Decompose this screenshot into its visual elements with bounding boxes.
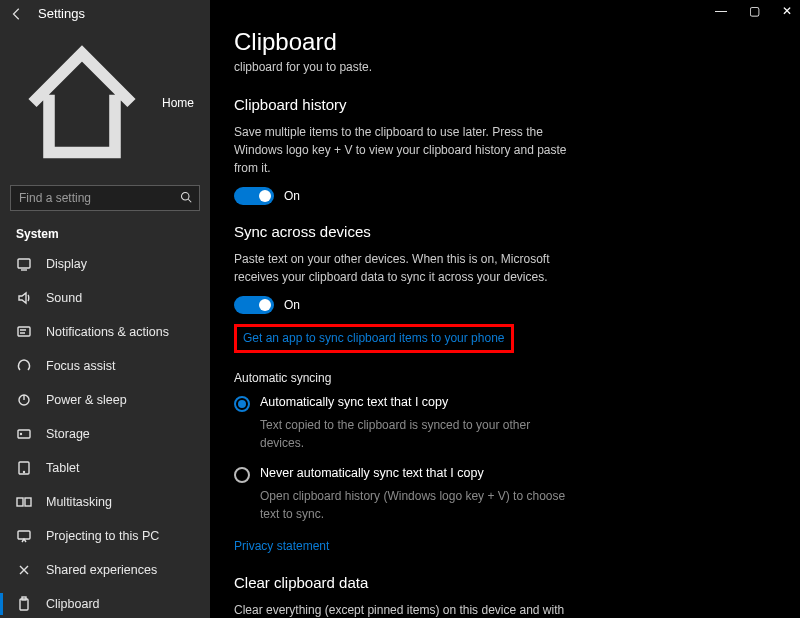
sidebar-item-multitasking[interactable]: Multitasking (0, 485, 210, 519)
page-title: Clipboard (234, 28, 776, 56)
storage-icon (16, 426, 32, 442)
section-label: System (0, 217, 210, 247)
display-icon (16, 256, 32, 272)
sidebar-item-display[interactable]: Display (0, 247, 210, 281)
search-icon (180, 191, 192, 203)
sidebar-item-power-sleep[interactable]: Power & sleep (0, 383, 210, 417)
nav-home[interactable]: Home (0, 27, 210, 179)
radio-auto-sync-label: Automatically sync text that I copy (260, 395, 448, 409)
sound-icon (16, 290, 32, 306)
home-icon (16, 37, 148, 169)
sidebar-item-notifications-actions[interactable]: Notifications & actions (0, 315, 210, 349)
sync-toggle[interactable]: On (234, 296, 776, 314)
sync-heading: Sync across devices (234, 223, 776, 240)
sync-phone-link[interactable]: Get an app to sync clipboard items to yo… (243, 331, 505, 345)
history-desc: Save multiple items to the clipboard to … (234, 123, 574, 177)
svg-rect-9 (25, 498, 31, 506)
sidebar-item-label: Power & sleep (46, 393, 127, 407)
close-button[interactable]: ✕ (782, 4, 792, 18)
radio-auto-sync-sub: Text copied to the clipboard is synced t… (260, 416, 570, 452)
svg-rect-4 (18, 430, 30, 438)
sidebar-item-label: Sound (46, 291, 82, 305)
svg-point-5 (21, 433, 22, 434)
app-title: Settings (38, 6, 85, 21)
back-icon[interactable] (10, 7, 24, 21)
focus-assist-icon (16, 358, 32, 374)
sync-link-highlight: Get an app to sync clipboard items to yo… (234, 324, 514, 353)
sidebar-item-sound[interactable]: Sound (0, 281, 210, 315)
clear-desc: Clear everything (except pinned items) o… (234, 601, 574, 618)
clear-heading: Clear clipboard data (234, 574, 776, 591)
svg-point-7 (24, 471, 25, 472)
privacy-link[interactable]: Privacy statement (234, 537, 776, 556)
page-subline: clipboard for you to paste. (234, 60, 776, 74)
sidebar-item-label: Projecting to this PC (46, 529, 159, 543)
minimize-button[interactable]: — (715, 4, 727, 18)
svg-rect-8 (17, 498, 23, 506)
sidebar-item-projecting-to-this-pc[interactable]: Projecting to this PC (0, 519, 210, 553)
tablet-icon (16, 460, 32, 476)
history-heading: Clipboard history (234, 96, 776, 113)
content: Clipboard clipboard for you to paste. Cl… (210, 0, 800, 618)
power-icon (16, 392, 32, 408)
sidebar-item-label: Tablet (46, 461, 79, 475)
projecting-icon (16, 528, 32, 544)
search-container (0, 179, 210, 217)
auto-sync-heading: Automatic syncing (234, 371, 776, 385)
svg-rect-1 (18, 259, 30, 268)
maximize-button[interactable]: ▢ (749, 4, 760, 18)
sync-desc: Paste text on your other devices. When t… (234, 250, 574, 286)
search-input[interactable] (10, 185, 200, 211)
sync-toggle-state: On (284, 298, 300, 312)
sidebar: Settings Home System DisplaySoundNotific… (0, 0, 210, 618)
sidebar-item-label: Notifications & actions (46, 325, 169, 339)
sidebar-item-shared-experiences[interactable]: Shared experiences (0, 553, 210, 587)
radio-never-sync-label: Never automatically sync text that I cop… (260, 466, 484, 480)
shared-experiences-icon (16, 562, 32, 578)
home-label: Home (162, 96, 194, 110)
window-controls: — ▢ ✕ (715, 4, 792, 18)
sidebar-item-clipboard[interactable]: Clipboard (0, 587, 210, 618)
sidebar-item-tablet[interactable]: Tablet (0, 451, 210, 485)
notifications-icon (16, 324, 32, 340)
history-toggle-state: On (284, 189, 300, 203)
sidebar-item-label: Clipboard (46, 597, 100, 611)
sidebar-item-label: Display (46, 257, 87, 271)
multitasking-icon (16, 494, 32, 510)
sidebar-item-label: Multitasking (46, 495, 112, 509)
svg-rect-2 (18, 327, 30, 336)
sidebar-item-label: Focus assist (46, 359, 115, 373)
nav-list: DisplaySoundNotifications & actionsFocus… (0, 247, 210, 618)
titlebar: Settings (0, 0, 210, 27)
sidebar-item-storage[interactable]: Storage (0, 417, 210, 451)
radio-never-sync[interactable]: Never automatically sync text that I cop… (234, 466, 776, 483)
radio-never-sync-sub: Open clipboard history (Windows logo key… (260, 487, 570, 523)
sidebar-item-focus-assist[interactable]: Focus assist (0, 349, 210, 383)
radio-auto-sync[interactable]: Automatically sync text that I copy (234, 395, 776, 412)
sidebar-item-label: Storage (46, 427, 90, 441)
history-toggle[interactable]: On (234, 187, 776, 205)
sidebar-item-label: Shared experiences (46, 563, 157, 577)
main-panel: — ▢ ✕ Clipboard clipboard for you to pas… (210, 0, 800, 618)
svg-point-0 (182, 192, 190, 200)
clipboard-icon (16, 596, 32, 612)
